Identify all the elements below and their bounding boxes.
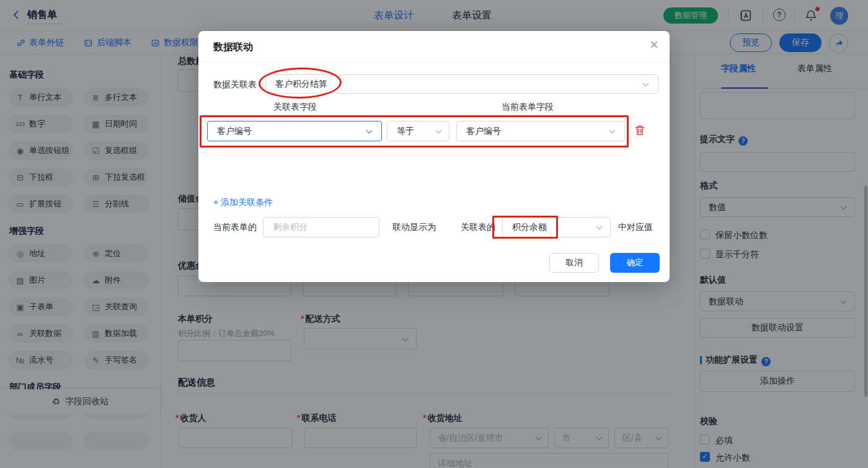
current-field-value: 剩余积分 (273, 222, 308, 233)
chevron-down-icon (436, 128, 442, 134)
chevron-down-icon (643, 81, 649, 87)
data-linkage-dialog: 数据联动 × 数据关联表 客户积分结算 关联表字段 当前表单字段 客户编号 等于… (198, 31, 670, 282)
form-designer-app: 销售单 表单设计 表单设置 数据管理 ? 理 表单外链 后端脚本 数据权限 预览… (0, 0, 868, 468)
condition-right-value: 客户编号 (466, 126, 501, 137)
add-condition-link[interactable]: + 添加关联条件 (213, 197, 273, 208)
linked-table-value: 客户积分结算 (275, 79, 327, 90)
cancel-button[interactable]: 取消 (549, 253, 599, 273)
condition-left-select[interactable]: 客户编号 (207, 121, 382, 141)
current-field-input[interactable]: 剩余积分 (263, 217, 379, 237)
chevron-down-icon (596, 224, 603, 230)
current-form-label: 当前表单的 (213, 222, 257, 233)
linked-field-value: 积分余额 (512, 222, 547, 233)
condition-operator-value: 等于 (397, 126, 414, 137)
chevron-down-icon (366, 128, 373, 134)
condition-left-value: 客户编号 (217, 126, 252, 137)
delete-condition-icon[interactable] (634, 125, 645, 136)
linked-table-of-label: 关联表的 (461, 222, 495, 233)
display-as-label: 联动显示为 (392, 222, 436, 233)
dialog-header-divider (198, 62, 670, 63)
close-icon[interactable]: × (650, 37, 658, 52)
column-header-linked-field: 关联表字段 (273, 102, 317, 113)
chevron-down-icon (609, 128, 616, 134)
dialog-title: 数据联动 (213, 41, 253, 54)
linked-field-select[interactable]: 积分余额 (502, 217, 611, 237)
corresponding-value-label: 中对应值 (618, 222, 653, 233)
confirm-button[interactable]: 确定 (610, 253, 660, 273)
column-header-current-field: 当前表单字段 (502, 102, 554, 113)
linked-table-label: 数据关联表 (213, 79, 257, 91)
condition-operator-select[interactable]: 等于 (387, 121, 450, 141)
condition-right-select[interactable]: 客户编号 (456, 121, 625, 141)
linked-table-select[interactable]: 客户积分结算 (265, 74, 658, 94)
